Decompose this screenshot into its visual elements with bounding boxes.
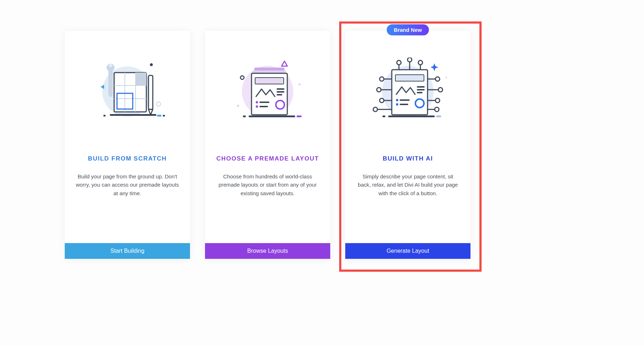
svg-rect-29	[256, 101, 258, 103]
svg-rect-49	[396, 103, 398, 105]
svg-point-62	[435, 77, 440, 81]
svg-rect-40	[243, 115, 246, 117]
layout-options-row: + BUILD FROM SCRATCH Build your page fro…	[65, 31, 470, 259]
svg-marker-35	[282, 61, 287, 66]
svg-rect-77	[382, 115, 385, 117]
svg-rect-45	[417, 89, 425, 90]
svg-rect-32	[259, 106, 268, 107]
svg-rect-31	[256, 105, 258, 108]
svg-rect-1	[108, 68, 113, 97]
svg-point-56	[377, 88, 381, 92]
svg-rect-18	[157, 115, 161, 117]
card-body: + BUILD WITH AI Simply describe your pag…	[345, 31, 470, 243]
svg-point-60	[373, 107, 377, 112]
svg-rect-22	[254, 68, 284, 70]
svg-rect-47	[396, 99, 398, 101]
card-title: CHOOSE A PREMADE LAYOUT	[216, 155, 319, 162]
card-premade-layout[interactable]: × × CHOOSE A PREMADE LAYOUT Choose from …	[205, 31, 330, 259]
svg-rect-30	[259, 102, 269, 103]
brand-new-badge: Brand New	[387, 24, 429, 35]
svg-rect-25	[255, 78, 284, 84]
card-build-with-ai[interactable]: Brand New	[345, 31, 470, 259]
svg-text:×: ×	[298, 82, 301, 87]
svg-rect-13	[110, 114, 156, 116]
svg-text:+: +	[106, 65, 109, 71]
svg-point-36	[240, 76, 244, 79]
premade-illustration: × ×	[223, 56, 312, 127]
svg-point-66	[435, 98, 440, 103]
card-body: + BUILD FROM SCRATCH Build your page fro…	[65, 31, 190, 243]
svg-marker-15	[101, 85, 104, 89]
svg-rect-34	[249, 115, 295, 117]
svg-rect-19	[163, 115, 165, 117]
card-description: Choose from hundreds of world-class prem…	[216, 172, 319, 197]
svg-rect-50	[400, 104, 408, 105]
card-build-from-scratch[interactable]: + BUILD FROM SCRATCH Build your page fro…	[65, 31, 190, 259]
svg-rect-11	[148, 75, 153, 109]
svg-rect-76	[436, 115, 441, 117]
svg-text:+: +	[445, 74, 448, 80]
svg-point-54	[380, 77, 384, 81]
card-title: BUILD WITH AI	[383, 155, 433, 162]
svg-rect-43	[395, 75, 424, 81]
browse-layouts-button[interactable]: Browse Layouts	[205, 243, 330, 259]
svg-point-72	[408, 58, 412, 62]
svg-point-74	[418, 60, 423, 65]
card-description: Simply describe your page content, sit b…	[356, 172, 460, 197]
svg-rect-52	[388, 115, 435, 117]
svg-rect-20	[103, 115, 106, 117]
svg-rect-28	[277, 94, 282, 95]
svg-point-58	[380, 98, 384, 103]
svg-marker-12	[148, 109, 153, 115]
svg-point-14	[150, 63, 153, 66]
svg-point-70	[397, 60, 401, 65]
svg-rect-44	[417, 86, 425, 88]
card-body: × × CHOOSE A PREMADE LAYOUT Choose from …	[205, 31, 330, 243]
start-building-button[interactable]: Start Building	[65, 243, 190, 259]
card-description: Build your page from the ground up. Don'…	[75, 172, 179, 197]
card-title: BUILD FROM SCRATCH	[88, 155, 167, 162]
svg-rect-48	[400, 99, 410, 101]
svg-rect-27	[277, 91, 284, 93]
svg-point-64	[438, 88, 443, 92]
svg-rect-26	[277, 88, 284, 90]
ai-illustration: +	[363, 56, 453, 127]
svg-text:×: ×	[236, 103, 239, 109]
svg-point-17	[156, 102, 161, 106]
svg-point-68	[435, 107, 439, 112]
svg-rect-39	[297, 115, 302, 117]
svg-rect-9	[136, 73, 146, 85]
svg-rect-46	[417, 92, 423, 93]
generate-layout-button[interactable]: Generate Layout	[345, 243, 470, 259]
scratch-illustration: +	[83, 56, 172, 127]
